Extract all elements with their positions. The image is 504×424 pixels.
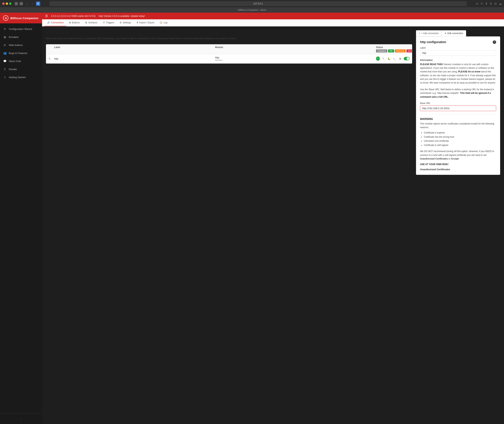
url-bar[interactable]: 127.0.0.1: [49, 1, 467, 6]
donate-icon: $: [3, 67, 6, 71]
tab-settings[interactable]: ⚙ Settings: [117, 19, 134, 26]
connection-module: http Generic: [213, 54, 374, 63]
delete-action-button[interactable]: 🗑: [398, 56, 402, 61]
sidebar-header: ◎ Bitfocus Companion: [0, 13, 42, 23]
info-label: Information: [420, 59, 496, 62]
sidebar-item-getting-started[interactable]: ℹ Getting Started: [0, 73, 42, 81]
unauthorized-certificates-label: Unauthorized Certificates: [420, 168, 496, 171]
tab-import-export[interactable]: ⬆ Import / Export: [134, 19, 157, 26]
cloud-icon: ☁: [499, 2, 502, 5]
settings-tab-icon: ⚙: [120, 21, 122, 24]
surfaces-tab-label: Surfaces: [88, 21, 97, 24]
panel-help-icon[interactable]: ?: [493, 40, 496, 44]
titlebar-icons: ⊟ ⊞: [15, 2, 23, 5]
base-url-input[interactable]: [420, 106, 496, 111]
refresh-icon[interactable]: ↻: [481, 2, 483, 5]
forward-button[interactable]: ›: [30, 1, 34, 6]
toggle-knob: [407, 57, 409, 60]
sidebar-collapse-button[interactable]: ‹: [0, 416, 42, 422]
connections-table: Label Module Status Disabled OK Warning …: [46, 44, 412, 64]
label-input[interactable]: [420, 50, 496, 56]
edit-connection-icon: ✦: [444, 32, 446, 35]
sidebar-item-configuration-wizard[interactable]: ⚙ Configuration Wizard: [0, 25, 42, 33]
sidebar-toggle-icon[interactable]: ⊟: [15, 2, 18, 5]
panel-tabs: + + Add connection ✦ Edit connection: [416, 30, 500, 36]
sidebar-item-label: Donate: [9, 68, 17, 71]
sidebar-item-slack-chat[interactable]: 💬 Slack Chat: [0, 57, 42, 65]
warning-p2-end: .: [459, 157, 459, 160]
table-row: ⇅ http http Generic ✓ ? 🐛 >_: [46, 54, 412, 63]
back-button[interactable]: ‹: [25, 1, 30, 6]
window-titlebar: ⊙ Bitfocus Companion – Admin: [0, 7, 504, 13]
content-area: Connections When you want to control dev…: [42, 26, 504, 424]
base-url-form-group: Base URL: [420, 102, 496, 111]
edit-connection-tab[interactable]: ✦ Edit connection: [442, 30, 466, 36]
status-ok-icon: ✓: [376, 56, 380, 61]
buttons-tab-icon: ⊞: [69, 21, 71, 24]
connection-toggle[interactable]: [404, 57, 410, 60]
banner-version: 3.0.0-rc2 (3.0.0-rc2+5989-stable-4d17e72…: [51, 15, 96, 18]
tab-surfaces[interactable]: 🖥 Surfaces: [82, 19, 100, 26]
window-title-icon: ⊙: [238, 9, 239, 11]
connection-label: http: [52, 55, 213, 62]
maximize-button[interactable]: [9, 2, 12, 5]
app-container: ◎ Bitfocus Companion ⚙ Configuration Wiz…: [0, 13, 504, 424]
app-logo-icon: B: [36, 1, 40, 6]
close-button[interactable]: [2, 2, 5, 5]
hamburger-menu-icon[interactable]: ☰: [45, 14, 48, 18]
add-connection-icon: +: [419, 32, 420, 35]
warning-item-4: Certificate is self-signed: [424, 143, 496, 147]
row-actions: ✓ ? 🐛 >_ 🗑: [376, 56, 410, 61]
sidebar-item-web-buttons[interactable]: ⊞ Web buttons: [0, 41, 42, 49]
connections-left-panel: Connections When you want to control dev…: [46, 30, 412, 420]
label-field-label: Label: [420, 47, 496, 49]
warning-p2-text: We DO NOT recommend turning off this opt…: [420, 150, 494, 156]
tab-log[interactable]: 📋 Log: [157, 19, 170, 26]
sidebar: ◎ Bitfocus Companion ⚙ Configuration Wiz…: [0, 13, 42, 424]
info-text-body: PLEASE READ THIS! Generic modules is onl…: [420, 63, 496, 85]
url-text: 127.0.0.1: [253, 2, 263, 5]
download-icon: ⬇: [485, 2, 487, 5]
sidebar-item-emulator[interactable]: ▦ Emulator: [0, 33, 42, 41]
sidebar-item-label: Getting Started: [9, 76, 25, 79]
sidebar-bottom: ‹: [0, 413, 42, 424]
module-name: http: [215, 56, 371, 59]
information-section: Information PLEASE READ THIS! Generic mo…: [420, 59, 496, 85]
titlebar-icon-2: ⊞: [19, 2, 23, 5]
sidebar-nav: ⚙ Configuration Wizard ▦ Emulator ⊞ Web …: [0, 23, 42, 413]
base-url-description: Use the 'Base URL' field below to define…: [420, 88, 496, 99]
tab-connections[interactable]: 🔗 Connections: [44, 19, 67, 26]
drag-handle[interactable]: ⇅: [46, 55, 52, 62]
warning-item-3: Untrusted root certificate: [424, 139, 496, 143]
tab-buttons[interactable]: ⊞ Buttons: [67, 19, 82, 26]
status-badges: Disabled OK Warning Error: [376, 50, 410, 52]
tab-triggers[interactable]: ⏱ Triggers: [100, 19, 117, 26]
sidebar-item-bugs-features[interactable]: 👥 Bugs & Features: [0, 49, 42, 57]
getting-started-icon: ℹ: [3, 75, 6, 79]
warning-paragraph-2: We DO NOT recommend turning off this opt…: [420, 150, 496, 161]
slack-chat-icon: 💬: [3, 59, 6, 63]
panel-section-title-text: http configuration: [420, 40, 446, 44]
warning-text: This module rejects server certificates …: [420, 122, 496, 129]
minimize-button[interactable]: [6, 2, 8, 5]
use-at-own-risk: USE AT YOUR OWN RISK!: [420, 163, 496, 166]
edit-panel-title: http configuration ?: [420, 40, 496, 44]
triggers-tab-label: Triggers: [106, 21, 115, 24]
sidebar-item-donate[interactable]: $ Donate: [0, 65, 42, 73]
edit-connection-label: Edit connection: [447, 32, 463, 35]
add-connection-label: + Add connection: [421, 32, 439, 35]
sidebar-item-label: Bugs & Features: [9, 52, 27, 55]
bug-action-button[interactable]: 🐛: [387, 56, 391, 61]
help-action-button[interactable]: ?: [381, 56, 385, 61]
page-title: Connections: [46, 30, 412, 35]
status-header-label: Status: [376, 46, 410, 49]
add-connection-tab[interactable]: + + Add connection: [416, 30, 442, 36]
connections-tab-icon: 🔗: [47, 21, 50, 24]
surfaces-tab-icon: 🖥: [85, 21, 87, 24]
table-header: Label Module Status Disabled OK Warning …: [46, 44, 412, 54]
top-banner: ☰ 3.0.0-rc2 (3.0.0-rc2+5989-stable-4d17e…: [42, 13, 504, 19]
import-export-tab-label: Import / Export: [139, 21, 154, 24]
terminal-action-button[interactable]: >_: [392, 56, 396, 61]
unauthorized-bold: Unauthorized Certificates: [420, 157, 448, 160]
banner-update-message: Hey! Version 3.0.0 is available. Update …: [98, 15, 145, 18]
